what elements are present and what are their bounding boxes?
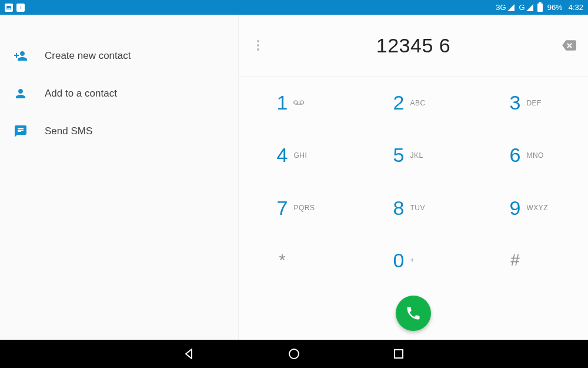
key-6[interactable]: 6 MNO	[472, 129, 588, 181]
key-star[interactable]: *	[239, 234, 355, 287]
contact-options-pane: Create new contact Add to a contact Send…	[0, 15, 238, 340]
phone-icon	[405, 305, 422, 321]
nav-recent-button[interactable]	[390, 346, 407, 362]
message-icon	[13, 124, 28, 139]
key-4[interactable]: 4 GHI	[239, 129, 355, 181]
dialer-pane: 12345 6 1 2 ABC 3 DEF	[238, 15, 588, 340]
key-7[interactable]: 7 PQRS	[239, 182, 355, 234]
option-label: Create new contact	[45, 50, 131, 62]
key-hash[interactable]: #	[472, 234, 588, 287]
network-3g-label: 3G	[496, 3, 506, 12]
clock: 4:32	[569, 3, 583, 12]
person-icon	[13, 86, 28, 101]
svg-point-1	[300, 101, 304, 104]
key-0[interactable]: 0 +	[355, 234, 472, 287]
send-sms[interactable]: Send SMS	[0, 112, 238, 150]
key-5[interactable]: 5 JKL	[355, 129, 472, 181]
svg-rect-4	[395, 350, 403, 358]
backspace-button[interactable]	[560, 38, 577, 53]
add-to-contact[interactable]: Add to a contact	[0, 75, 238, 112]
battery-icon	[537, 4, 543, 12]
option-label: Add to a contact	[45, 88, 117, 100]
key-8[interactable]: 8 TUV	[355, 182, 472, 234]
image-icon	[5, 4, 13, 12]
key-1[interactable]: 1	[239, 77, 355, 129]
option-label: Send SMS	[45, 125, 92, 137]
keypad: 1 2 ABC 3 DEF 4 GHI 5	[239, 77, 588, 287]
svg-point-0	[294, 101, 298, 104]
alert-icon	[16, 4, 25, 12]
create-new-contact[interactable]: Create new contact	[0, 37, 238, 75]
overflow-menu-icon[interactable]	[249, 40, 267, 51]
key-3[interactable]: 3 DEF	[472, 77, 588, 129]
network-g-label: G	[519, 3, 525, 12]
signal-icon	[507, 4, 514, 11]
nav-home-button[interactable]	[286, 346, 302, 362]
voicemail-icon	[293, 99, 317, 107]
key-9[interactable]: 9 WXYZ	[472, 182, 588, 234]
battery-percent: 96%	[547, 3, 563, 12]
dialed-number: 12345 6	[267, 34, 560, 57]
svg-point-3	[289, 349, 299, 359]
status-bar: 3G G 96% 4:32	[0, 0, 588, 15]
nav-back-button[interactable]	[181, 346, 198, 362]
call-button[interactable]	[396, 296, 431, 331]
key-2[interactable]: 2 ABC	[355, 77, 472, 129]
person-add-icon	[13, 48, 28, 64]
signal-icon-2	[526, 4, 533, 11]
